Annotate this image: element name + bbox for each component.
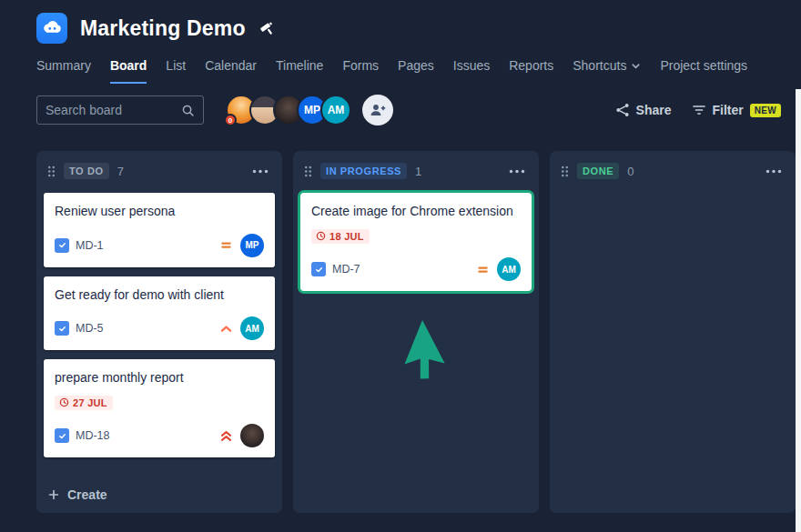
drag-handle-icon[interactable] <box>561 165 569 178</box>
card-title: Reniew user persona <box>55 203 264 221</box>
board-members: 0 MP AM <box>226 95 393 125</box>
assignee-avatar: AM <box>497 257 521 281</box>
due-date-chip: 18 JUL <box>311 229 370 244</box>
drag-handle-icon[interactable] <box>47 165 56 178</box>
tab-issues[interactable]: Issues <box>453 58 490 84</box>
plus-icon <box>47 488 60 501</box>
clock-icon <box>59 397 69 407</box>
tab-reports[interactable]: Reports <box>509 58 553 84</box>
vertical-scrollbar[interactable] <box>796 89 801 532</box>
person-add-icon <box>370 102 386 118</box>
column-header: DONE 0 <box>550 151 796 186</box>
project-nav: Summary Board List Calendar Timeline For… <box>0 44 801 84</box>
cloud-mascot-icon <box>38 15 66 42</box>
due-date-chip: 27 JUL <box>55 396 113 410</box>
column-done: DONE 0 <box>550 151 796 513</box>
column-name: IN PROGRESS <box>320 163 407 179</box>
project-header: Marketing Demo <box>0 0 801 44</box>
card-title: prepare monthly report <box>55 369 264 387</box>
column-todo: TO DO 7 Reniew user persona MD-1 <box>36 151 282 513</box>
issue-key: MD-7 <box>332 263 360 276</box>
search-icon <box>181 104 195 117</box>
column-cards: Create image for Chrome extension 18 JUL… <box>293 186 539 513</box>
new-feature-badge: NEW <box>750 104 781 117</box>
filter-button[interactable]: Filter NEW <box>692 103 781 117</box>
card-md-7[interactable]: Create image for Chrome extension 18 JUL… <box>300 193 532 291</box>
search-board-box <box>36 95 204 125</box>
assignee-avatar-photo <box>240 424 264 447</box>
column-in-progress: IN PROGRESS 1 Create image for Chrome ex… <box>293 151 539 513</box>
card-md-5[interactable]: Get ready for demo with client MD-5 AM <box>44 276 275 351</box>
issue-key: MD-5 <box>76 322 104 335</box>
column-cards <box>550 186 796 513</box>
column-header: IN PROGRESS 1 <box>293 151 539 186</box>
task-type-icon <box>55 428 69 443</box>
tab-shortcuts[interactable]: Shortcuts <box>573 58 641 84</box>
issue-key: MD-1 <box>76 239 104 252</box>
priority-highest-icon <box>219 429 233 443</box>
paint-roller-icon[interactable] <box>260 21 276 36</box>
card-title: Create image for Chrome extension <box>311 203 521 221</box>
drag-handle-icon[interactable] <box>304 165 312 178</box>
assignee-avatar: MP <box>240 234 264 257</box>
create-issue-button[interactable]: Create <box>36 478 282 513</box>
card-title: Get ready for demo with client <box>55 286 264 305</box>
column-count: 0 <box>627 165 634 178</box>
add-people-button[interactable] <box>362 95 393 125</box>
filter-icon <box>692 103 706 117</box>
issue-key: MD-18 <box>76 429 110 442</box>
tab-project-settings[interactable]: Project settings <box>660 58 747 84</box>
column-name: DONE <box>577 163 619 179</box>
column-header: TO DO 7 <box>36 151 282 186</box>
task-type-icon <box>55 238 69 253</box>
clock-icon <box>316 231 326 241</box>
kanban-board: TO DO 7 Reniew user persona MD-1 <box>0 151 801 513</box>
column-cards: Reniew user persona MD-1 MP Get ready f <box>36 186 282 478</box>
column-name: TO DO <box>64 163 109 179</box>
tab-timeline[interactable]: Timeline <box>276 58 323 84</box>
project-logo <box>36 13 67 44</box>
tab-list[interactable]: List <box>166 58 186 84</box>
toolbar-actions: Share Filter NEW <box>615 103 781 117</box>
card-md-18[interactable]: prepare monthly report 27 JUL MD-18 <box>44 359 275 457</box>
share-button[interactable]: Share <box>615 103 672 117</box>
member-avatar-am[interactable]: AM <box>320 95 351 125</box>
assignee-avatar: AM <box>240 316 264 340</box>
avatar-badge: 0 <box>224 114 237 126</box>
column-menu-icon[interactable] <box>249 166 271 176</box>
task-type-icon <box>311 262 326 276</box>
search-input[interactable] <box>46 103 176 117</box>
board-toolbar: 0 MP AM Share Filter NEW <box>0 95 801 125</box>
column-count: 7 <box>117 165 124 178</box>
page-title: Marketing Demo <box>80 16 246 41</box>
tab-board[interactable]: Board <box>110 58 147 84</box>
priority-medium-icon <box>219 238 233 252</box>
priority-medium-icon <box>476 263 490 276</box>
chevron-down-icon <box>631 61 641 71</box>
column-menu-icon[interactable] <box>763 166 785 176</box>
share-icon <box>615 103 630 117</box>
tab-calendar[interactable]: Calendar <box>205 58 257 84</box>
column-count: 1 <box>415 165 421 178</box>
tab-summary[interactable]: Summary <box>36 58 91 84</box>
tab-forms[interactable]: Forms <box>342 58 379 84</box>
card-md-1[interactable]: Reniew user persona MD-1 MP <box>44 193 275 267</box>
task-type-icon <box>55 321 69 336</box>
tab-pages[interactable]: Pages <box>398 58 434 84</box>
column-menu-icon[interactable] <box>506 166 528 176</box>
priority-high-icon <box>219 322 233 336</box>
